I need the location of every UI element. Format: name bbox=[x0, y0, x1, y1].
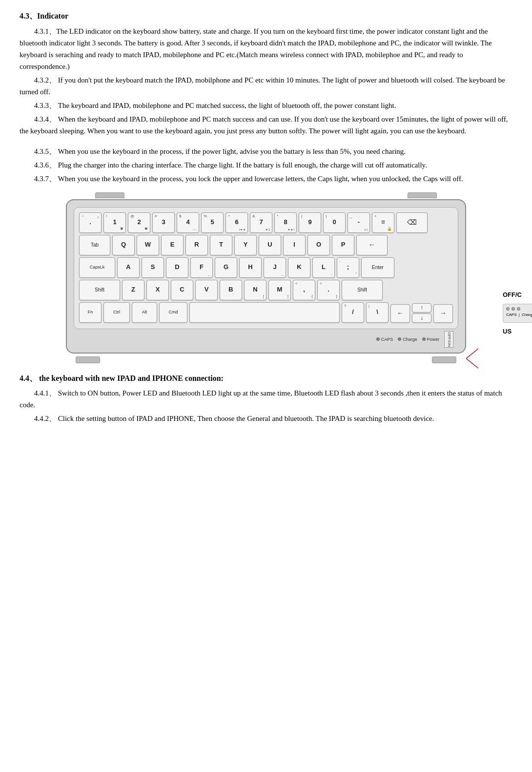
key-b[interactable]: B bbox=[220, 280, 242, 300]
section-4-3-title: 4.3、Indicator bbox=[20, 10, 512, 22]
key-s[interactable]: S bbox=[142, 257, 164, 278]
side-caps-label: CAPS bbox=[506, 312, 517, 318]
key-arrow-left[interactable]: ← bbox=[390, 304, 410, 323]
key-y[interactable]: Y bbox=[234, 235, 257, 255]
key-z[interactable]: Z bbox=[122, 280, 144, 300]
key-1[interactable]: ! 1 ✱ bbox=[103, 212, 126, 233]
side-annotation: OFF/C CAPS | Charge Po US bbox=[503, 290, 532, 337]
side-caps-row bbox=[506, 307, 532, 311]
key-backspace[interactable]: ⌫ bbox=[396, 212, 428, 233]
caps-indicator: CAPS bbox=[376, 336, 393, 343]
para-4-3-1: 4.3.1、The LED indicator on the keyboard … bbox=[20, 25, 512, 72]
key-space[interactable] bbox=[189, 302, 340, 323]
power-dot bbox=[422, 337, 426, 341]
key-t[interactable]: T bbox=[210, 235, 232, 255]
key-alt[interactable]: Alt bbox=[132, 302, 157, 323]
keyboard-diagram: ~ . ⌂ ! 1 ✱ @ 2 ✱ # 3 bbox=[66, 192, 466, 363]
key-0[interactable]: ) 0 bbox=[323, 212, 346, 233]
key-l[interactable]: L , bbox=[312, 257, 335, 278]
key-row-qwerty: Tab Q W E R T Y U I O P ← bbox=[79, 235, 453, 255]
key-tilde-dot[interactable]: ~ . ⌂ bbox=[79, 212, 102, 233]
para-4-3-7: 4.3.7、 When you use the keyboard in the … bbox=[20, 173, 512, 185]
section-4-4: 4.4、 the keyboard with new IPAD and IPHO… bbox=[20, 372, 512, 425]
para-4-4-2: 4.4.2、 Click the setting button of IPAD … bbox=[20, 413, 512, 424]
para-4-3-3: 4.3.3、 The keyboard and IPAD, mobilephon… bbox=[20, 100, 512, 111]
key-o[interactable]: O bbox=[307, 235, 330, 255]
keyboard-status-bar: CAPS Charge Power OFF/ON bbox=[74, 329, 458, 348]
side-us-label: US bbox=[503, 327, 532, 337]
key-arrow-up[interactable]: ↑ bbox=[412, 303, 431, 313]
key-4[interactable]: $ 4 ::::: bbox=[177, 212, 199, 233]
key-backslash[interactable]: | \ bbox=[366, 302, 389, 323]
key-minus[interactable]: _ - |+| bbox=[348, 212, 370, 233]
key-5[interactable]: % 5 bbox=[201, 212, 224, 233]
key-p[interactable]: P bbox=[332, 235, 354, 255]
caps-dot bbox=[376, 337, 380, 341]
key-equals[interactable]: + = 🔒 bbox=[372, 212, 394, 233]
charge-dot bbox=[398, 337, 401, 341]
key-fn[interactable]: Fn bbox=[79, 302, 102, 323]
side-charge-label: Charge bbox=[522, 312, 532, 318]
key-row-numbers: ~ . ⌂ ! 1 ✱ @ 2 ✱ # 3 bbox=[79, 212, 453, 233]
key-cmd[interactable]: Cmd bbox=[159, 302, 187, 323]
key-backspace-arrow[interactable]: ← bbox=[356, 235, 388, 255]
para-4-4-1: 4.4.1、 Switch to ON button, Power LED an… bbox=[20, 387, 512, 411]
key-9[interactable]: ( 9 bbox=[299, 212, 321, 233]
key-row-bottom: Fn Ctrl Alt Cmd ? / | \ bbox=[79, 302, 453, 323]
side-off-c-label: OFF/C bbox=[503, 290, 532, 300]
key-6[interactable]: ^ 6 |◄◄ bbox=[225, 212, 248, 233]
charge-indicator: Charge bbox=[398, 336, 417, 343]
key-a[interactable]: A bbox=[117, 257, 140, 278]
key-c[interactable]: C bbox=[171, 280, 193, 300]
para-4-3-2: 4.3.2、 If you don't put the keyboard mat… bbox=[20, 74, 512, 98]
keyboard-outer: ~ . ⌂ ! 1 ✱ @ 2 ✱ # 3 bbox=[66, 199, 466, 354]
key-arrow-down[interactable]: ↓ bbox=[412, 313, 431, 323]
key-capslock[interactable]: CapsLk bbox=[79, 257, 115, 278]
side-indicator-box: CAPS | Charge Po bbox=[503, 304, 532, 323]
keyboard-feet bbox=[66, 356, 466, 363]
key-f[interactable]: F _ bbox=[190, 257, 213, 278]
key-7[interactable]: & 7 ►|| bbox=[250, 212, 272, 233]
para-4-3-4: 4.3.4、 When the keyboard and IPAD, mobil… bbox=[20, 113, 512, 137]
key-n[interactable]: N [ bbox=[244, 280, 266, 300]
key-enter[interactable]: Enter bbox=[361, 257, 394, 278]
caps-label: CAPS bbox=[381, 336, 393, 343]
power-indicator: Power bbox=[422, 336, 440, 343]
key-comma[interactable]: < , { bbox=[293, 280, 315, 300]
key-k[interactable]: K bbox=[288, 257, 310, 278]
power-label: Power bbox=[427, 336, 440, 343]
key-period[interactable]: > . } bbox=[317, 280, 340, 300]
key-q[interactable]: Q bbox=[112, 235, 135, 255]
svg-line-1 bbox=[466, 358, 478, 368]
key-m[interactable]: M ] bbox=[268, 280, 291, 300]
key-e[interactable]: E bbox=[161, 235, 184, 255]
side-caps-labels: CAPS | Charge Po bbox=[506, 312, 532, 318]
foot-right bbox=[432, 356, 456, 363]
key-g[interactable]: G bbox=[215, 257, 237, 278]
key-j[interactable]: J _ bbox=[264, 257, 286, 278]
key-semicolon[interactable]: : ; " bbox=[337, 257, 359, 278]
key-question[interactable]: ? / bbox=[342, 302, 364, 323]
key-d[interactable]: D bbox=[166, 257, 188, 278]
key-shift-right[interactable]: Shift bbox=[342, 280, 383, 300]
key-ctrl[interactable]: Ctrl bbox=[103, 302, 130, 323]
key-tab[interactable]: Tab bbox=[79, 235, 110, 255]
key-h[interactable]: H bbox=[239, 257, 262, 278]
off-on-label: OFF/ON bbox=[444, 331, 453, 348]
key-2[interactable]: @ 2 ✱ bbox=[128, 212, 150, 233]
key-shift-left[interactable]: Shift bbox=[79, 280, 120, 300]
key-w[interactable]: W bbox=[137, 235, 159, 255]
key-3[interactable]: # 3 bbox=[152, 212, 175, 233]
section-4-3: 4.3、Indicator 4.3.1、The LED indicator on… bbox=[20, 10, 512, 137]
para-4-3-6: 4.3.6、 Plug the charger into the charing… bbox=[20, 159, 512, 171]
key-row-zxcv: Shift Z X C V B N [ M ] < , { bbox=[79, 280, 453, 300]
key-8[interactable]: * 8 ►►| bbox=[274, 212, 297, 233]
key-u[interactable]: U bbox=[259, 235, 281, 255]
key-i[interactable]: I bbox=[283, 235, 306, 255]
key-arrow-right[interactable]: → bbox=[433, 304, 453, 323]
charge-label: Charge bbox=[403, 336, 417, 343]
key-r[interactable]: R bbox=[185, 235, 208, 255]
key-x[interactable]: X bbox=[146, 280, 169, 300]
key-v[interactable]: V bbox=[195, 280, 218, 300]
foot-left bbox=[76, 356, 100, 363]
